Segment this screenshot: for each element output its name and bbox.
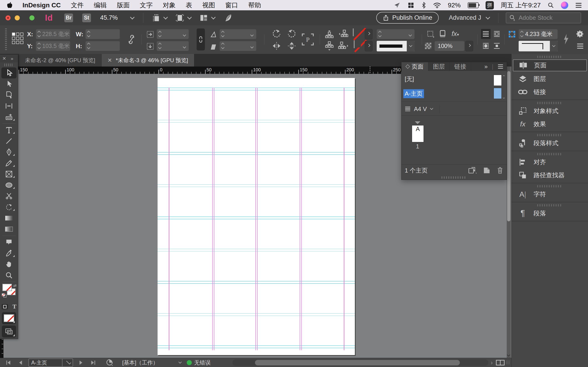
tools-gripper[interactable] bbox=[4, 64, 14, 66]
dock-item-links[interactable]: 链接 bbox=[513, 86, 587, 98]
master-row-none[interactable]: [无] bbox=[401, 73, 501, 85]
tool-gap[interactable] bbox=[1, 100, 17, 111]
row-guide[interactable] bbox=[157, 90, 355, 90]
edit-page-size-button[interactable] bbox=[468, 167, 477, 174]
apply-none-button[interactable] bbox=[2, 325, 16, 337]
select-container-proxy[interactable]: P bbox=[301, 33, 314, 46]
menu-file[interactable]: 文件 bbox=[71, 1, 84, 10]
column-guide[interactable] bbox=[301, 88, 302, 350]
preflight-icon[interactable] bbox=[106, 359, 113, 366]
tool-page[interactable] bbox=[1, 90, 17, 100]
wrap-around-bounding-box-button[interactable] bbox=[492, 29, 502, 39]
dock-item-pages[interactable]: 页面 bbox=[513, 59, 587, 71]
tool-ellipse[interactable] bbox=[1, 180, 17, 191]
stroke-weight-dropdown-icon[interactable] bbox=[409, 33, 412, 36]
column-guide[interactable] bbox=[214, 88, 214, 350]
corner-radius-field[interactable]: 4.233 毫米 bbox=[519, 29, 558, 39]
row-guide[interactable] bbox=[157, 345, 355, 346]
opacity-field[interactable]: 100% bbox=[435, 41, 464, 51]
formatting-affects-container-button[interactable] bbox=[1, 304, 8, 310]
scale-y-stepper[interactable] bbox=[157, 43, 163, 49]
column-guide[interactable] bbox=[255, 88, 256, 350]
stroke-weight-stepper[interactable] bbox=[377, 31, 383, 37]
tool-direct-selection[interactable] bbox=[1, 78, 17, 90]
width-field[interactable] bbox=[86, 29, 120, 39]
dock-item-character[interactable]: A| 字符 bbox=[513, 189, 587, 200]
x-position-field[interactable]: 228.5 毫米 bbox=[36, 29, 70, 39]
minimize-window-button[interactable] bbox=[15, 15, 20, 20]
page-size-dropdown-icon[interactable] bbox=[430, 107, 433, 110]
dock-gripper-1[interactable] bbox=[537, 56, 562, 58]
preflight-status-label[interactable]: 无错误 bbox=[194, 359, 211, 366]
effects-fx-icon[interactable]: fx▾ bbox=[451, 30, 459, 38]
preflight-profile-label[interactable]: [基本]（工作） bbox=[122, 359, 158, 366]
dock-item-align[interactable]: 对齐 bbox=[513, 157, 587, 168]
tab-pages[interactable]: 页面 bbox=[401, 62, 428, 71]
frame-fitting-icon[interactable] bbox=[508, 30, 516, 38]
statusbar-resize-gripper[interactable] bbox=[506, 360, 510, 365]
row-guide[interactable] bbox=[157, 217, 355, 217]
h-stepper[interactable] bbox=[86, 43, 92, 49]
tools-expand-icon[interactable]: » bbox=[11, 56, 13, 61]
paper-plane-icon[interactable] bbox=[394, 2, 401, 9]
page-1-thumbnail[interactable]: A bbox=[412, 125, 424, 142]
tool-gradient-swatch[interactable] bbox=[1, 213, 17, 224]
corner-shape-dropdown[interactable] bbox=[519, 41, 558, 51]
vertical-scrollbar-thumb[interactable] bbox=[507, 71, 510, 221]
adobe-stock-search[interactable] bbox=[506, 12, 581, 23]
corner-options-icon[interactable] bbox=[426, 30, 435, 38]
y-stepper[interactable] bbox=[36, 43, 42, 49]
view-options-dropdown-icon[interactable] bbox=[163, 15, 168, 19]
grid-icon[interactable] bbox=[407, 2, 414, 9]
panel-menu-icon[interactable] bbox=[498, 64, 503, 69]
select-next-object-icon[interactable] bbox=[338, 41, 348, 51]
dock-gripper-6[interactable] bbox=[537, 204, 562, 206]
fill-proxy-swatch[interactable] bbox=[2, 284, 12, 291]
column-guide[interactable] bbox=[212, 88, 213, 350]
tab-layers[interactable]: 图层 bbox=[428, 62, 450, 71]
drop-shadow-icon[interactable] bbox=[439, 30, 447, 39]
workspace-dropdown-icon[interactable] bbox=[485, 15, 490, 19]
flip-horizontal-button[interactable] bbox=[271, 41, 282, 51]
opacity-expand-button[interactable] bbox=[465, 41, 473, 51]
row-guide[interactable] bbox=[157, 316, 355, 316]
first-page-button[interactable] bbox=[6, 360, 11, 365]
wrap-around-object-shape-button[interactable] bbox=[481, 41, 491, 51]
stroke-weight-field[interactable] bbox=[377, 29, 415, 39]
column-guide[interactable] bbox=[257, 88, 258, 350]
select-child-icon[interactable] bbox=[325, 41, 334, 51]
siri-icon[interactable] bbox=[561, 2, 568, 9]
row-guide[interactable] bbox=[157, 313, 355, 314]
rotation-dropdown-icon[interactable] bbox=[250, 33, 254, 36]
select-parent-icon[interactable] bbox=[325, 29, 334, 39]
apply-color-button[interactable] bbox=[2, 312, 16, 324]
workspace-switcher[interactable]: Advanced J bbox=[449, 14, 481, 21]
no-text-wrap-button[interactable] bbox=[481, 29, 491, 39]
scale-x-stepper[interactable] bbox=[157, 31, 163, 37]
dock-item-paragraph[interactable]: ¶ 段落 bbox=[513, 208, 587, 219]
formatting-affects-text-button[interactable]: T bbox=[12, 303, 16, 310]
tool-selection[interactable] bbox=[1, 67, 17, 78]
tool-hand[interactable] bbox=[1, 259, 17, 270]
column-guide[interactable] bbox=[300, 88, 300, 350]
tool-free-transform[interactable] bbox=[1, 202, 17, 213]
page-size-row[interactable]: A4 V bbox=[401, 103, 507, 115]
tool-line[interactable] bbox=[1, 135, 17, 147]
dock-item-effects[interactable]: fx 效果 bbox=[513, 119, 587, 130]
page-nav-chevron-icon[interactable] bbox=[66, 359, 71, 364]
tool-content-collector[interactable] bbox=[1, 111, 17, 123]
scroll-down-arrow-icon[interactable] bbox=[507, 353, 510, 357]
master-a-thumbnail[interactable] bbox=[493, 88, 502, 99]
apple-icon[interactable] bbox=[6, 2, 12, 9]
menu-type[interactable]: 文字 bbox=[140, 1, 153, 10]
dock-item-layers[interactable]: 图层 bbox=[513, 73, 587, 84]
panel-collapse-arrows-icon[interactable]: » bbox=[484, 63, 488, 70]
shear-angle-field[interactable] bbox=[220, 41, 256, 51]
close-tab-icon[interactable]: ✕ bbox=[107, 57, 112, 64]
row-guide[interactable] bbox=[157, 283, 355, 284]
bridge-button[interactable]: Br bbox=[64, 14, 73, 22]
control-panel-gripper[interactable] bbox=[5, 28, 7, 50]
row-guide[interactable] bbox=[157, 120, 355, 120]
rotation-stepper[interactable] bbox=[220, 31, 226, 37]
document-page[interactable] bbox=[157, 78, 355, 355]
